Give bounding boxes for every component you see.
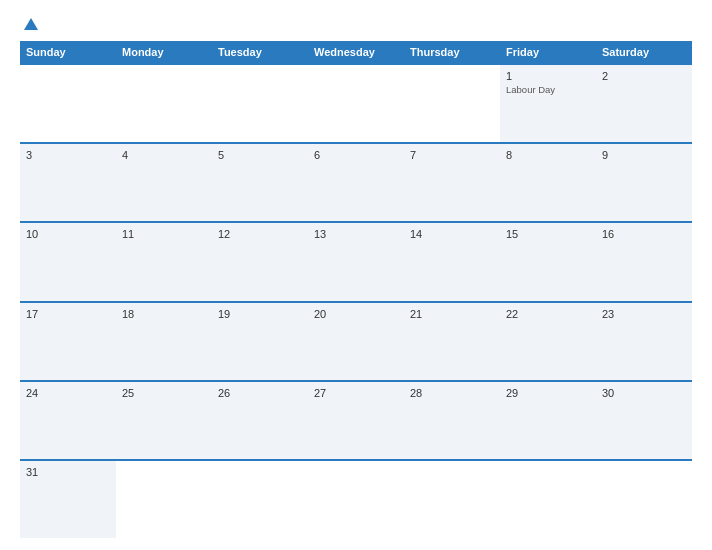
calendar-cell: 14 <box>404 223 500 300</box>
calendar-cell: 11 <box>116 223 212 300</box>
calendar-cell <box>500 461 596 538</box>
calendar-cell: 24 <box>20 382 116 459</box>
week-row-5: 24252627282930 <box>20 380 692 459</box>
calendar-cell: 8 <box>500 144 596 221</box>
calendar-cell: 16 <box>596 223 692 300</box>
cell-date: 16 <box>602 228 686 240</box>
day-header-wednesday: Wednesday <box>308 41 404 63</box>
calendar-cell <box>596 461 692 538</box>
day-header-saturday: Saturday <box>596 41 692 63</box>
cell-date: 19 <box>218 308 302 320</box>
calendar-cell <box>308 65 404 142</box>
calendar-cell: 22 <box>500 303 596 380</box>
calendar-cell: 12 <box>212 223 308 300</box>
cell-date: 26 <box>218 387 302 399</box>
calendar-cell: 19 <box>212 303 308 380</box>
calendar-cell: 3 <box>20 144 116 221</box>
cell-date: 25 <box>122 387 206 399</box>
calendar-cell: 2 <box>596 65 692 142</box>
calendar-cell: 1Labour Day <box>500 65 596 142</box>
day-header-tuesday: Tuesday <box>212 41 308 63</box>
cell-date: 20 <box>314 308 398 320</box>
calendar-cell <box>404 461 500 538</box>
cell-date: 30 <box>602 387 686 399</box>
calendar-cell: 21 <box>404 303 500 380</box>
calendar-cell <box>116 461 212 538</box>
cell-date: 14 <box>410 228 494 240</box>
week-row-2: 3456789 <box>20 142 692 221</box>
week-row-3: 10111213141516 <box>20 221 692 300</box>
calendar-cell: 28 <box>404 382 500 459</box>
cell-date: 6 <box>314 149 398 161</box>
cell-date: 17 <box>26 308 110 320</box>
calendar-cell: 6 <box>308 144 404 221</box>
days-header-row: SundayMondayTuesdayWednesdayThursdayFrid… <box>20 41 692 63</box>
calendar-cell: 26 <box>212 382 308 459</box>
calendar-cell: 5 <box>212 144 308 221</box>
calendar-cell: 4 <box>116 144 212 221</box>
cell-date: 13 <box>314 228 398 240</box>
calendar-cell: 7 <box>404 144 500 221</box>
calendar-grid: SundayMondayTuesdayWednesdayThursdayFrid… <box>20 41 692 538</box>
calendar-cell: 31 <box>20 461 116 538</box>
calendar-cell: 17 <box>20 303 116 380</box>
cell-date: 29 <box>506 387 590 399</box>
cell-date: 24 <box>26 387 110 399</box>
calendar-cell: 9 <box>596 144 692 221</box>
cell-date: 2 <box>602 70 686 82</box>
cell-date: 5 <box>218 149 302 161</box>
cell-event: Labour Day <box>506 84 590 95</box>
calendar-cell <box>308 461 404 538</box>
calendar-cell: 20 <box>308 303 404 380</box>
calendar-cell: 23 <box>596 303 692 380</box>
cell-date: 27 <box>314 387 398 399</box>
week-row-6: 31 <box>20 459 692 538</box>
cell-date: 12 <box>218 228 302 240</box>
calendar-cell: 10 <box>20 223 116 300</box>
calendar-cell <box>20 65 116 142</box>
calendar-cell: 18 <box>116 303 212 380</box>
calendar-cell: 30 <box>596 382 692 459</box>
cell-date: 9 <box>602 149 686 161</box>
cell-date: 1 <box>506 70 590 82</box>
calendar-page: SundayMondayTuesdayWednesdayThursdayFrid… <box>0 0 712 550</box>
day-header-friday: Friday <box>500 41 596 63</box>
logo <box>20 18 38 31</box>
cell-date: 31 <box>26 466 110 478</box>
cell-date: 22 <box>506 308 590 320</box>
weeks-container: 1Labour Day23456789101112131415161718192… <box>20 63 692 538</box>
cell-date: 10 <box>26 228 110 240</box>
calendar-cell: 29 <box>500 382 596 459</box>
calendar-cell <box>212 461 308 538</box>
calendar-cell: 27 <box>308 382 404 459</box>
cell-date: 28 <box>410 387 494 399</box>
day-header-thursday: Thursday <box>404 41 500 63</box>
header <box>20 18 692 31</box>
cell-date: 18 <box>122 308 206 320</box>
calendar-cell: 13 <box>308 223 404 300</box>
logo-triangle-icon <box>24 18 38 30</box>
cell-date: 8 <box>506 149 590 161</box>
cell-date: 23 <box>602 308 686 320</box>
calendar-cell <box>116 65 212 142</box>
cell-date: 11 <box>122 228 206 240</box>
logo-blue-text <box>20 18 38 31</box>
cell-date: 3 <box>26 149 110 161</box>
cell-date: 4 <box>122 149 206 161</box>
calendar-cell <box>212 65 308 142</box>
cell-date: 7 <box>410 149 494 161</box>
cell-date: 15 <box>506 228 590 240</box>
calendar-cell: 15 <box>500 223 596 300</box>
calendar-cell <box>404 65 500 142</box>
day-header-monday: Monday <box>116 41 212 63</box>
cell-date: 21 <box>410 308 494 320</box>
week-row-1: 1Labour Day2 <box>20 63 692 142</box>
calendar-cell: 25 <box>116 382 212 459</box>
week-row-4: 17181920212223 <box>20 301 692 380</box>
day-header-sunday: Sunday <box>20 41 116 63</box>
